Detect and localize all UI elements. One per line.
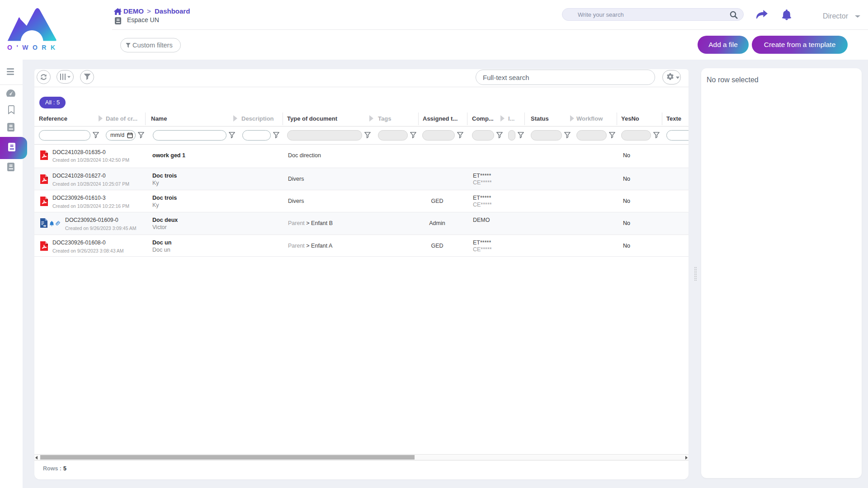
svg-text:w: w bbox=[43, 224, 46, 228]
svg-text:O'WORK: O'WORK bbox=[7, 44, 57, 51]
